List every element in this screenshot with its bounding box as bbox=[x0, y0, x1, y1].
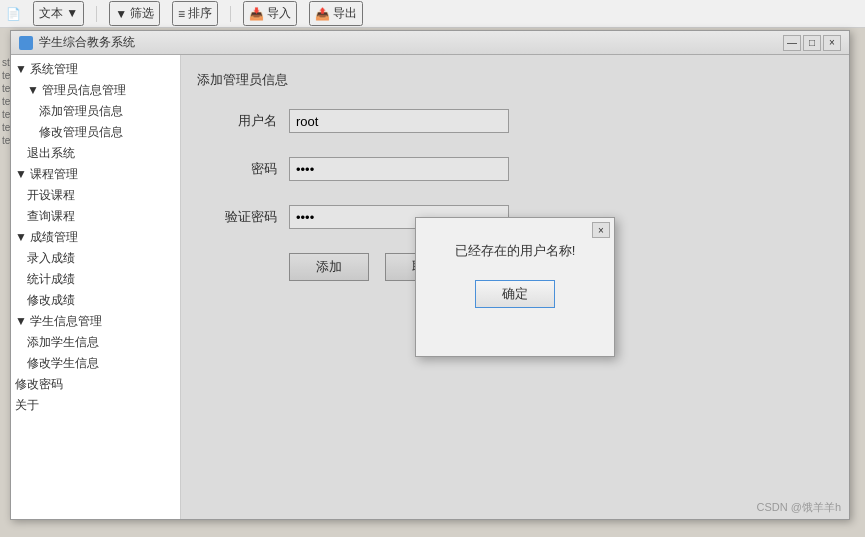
app-content: ▼ 系统管理 ▼ 管理员信息管理 添加管理员信息 修改管理员信息 退出系统 ▼ … bbox=[11, 55, 849, 519]
toolbar-text-icon: 📄 bbox=[6, 7, 21, 21]
modal-dialog: × 已经存在的用户名称! 确定 bbox=[415, 217, 615, 357]
collapse-icon: ▼ bbox=[15, 62, 30, 76]
filter-button[interactable]: ▼ 筛选 bbox=[109, 1, 160, 26]
sidebar-item-student-mgmt[interactable]: ▼ 学生信息管理 bbox=[11, 311, 180, 332]
title-bar-controls: — □ × bbox=[783, 35, 841, 51]
app-title: 学生综合教务系统 bbox=[39, 34, 135, 51]
export-icon: 📤 bbox=[315, 7, 330, 21]
import-button[interactable]: 📥 导入 bbox=[243, 1, 297, 26]
filter-icon: ▼ bbox=[115, 7, 127, 21]
sidebar-item-change-pwd[interactable]: 修改密码 bbox=[11, 374, 180, 395]
sidebar: ▼ 系统管理 ▼ 管理员信息管理 添加管理员信息 修改管理员信息 退出系统 ▼ … bbox=[11, 55, 181, 519]
sidebar-item-admin-info[interactable]: ▼ 管理员信息管理 bbox=[11, 80, 180, 101]
modal-overlay: × 已经存在的用户名称! 确定 bbox=[181, 55, 849, 519]
main-panel: 添加管理员信息 用户名 密码 验证密码 添加 取消 bbox=[181, 55, 849, 519]
sidebar-item-course-mgmt[interactable]: ▼ 课程管理 bbox=[11, 164, 180, 185]
separator bbox=[96, 6, 97, 22]
modal-close-button[interactable]: × bbox=[592, 222, 610, 238]
import-icon: 📥 bbox=[249, 7, 264, 21]
sidebar-item-edit-grade[interactable]: 修改成绩 bbox=[11, 290, 180, 311]
sort-button[interactable]: ≡ 排序 bbox=[172, 1, 218, 26]
app-icon bbox=[19, 36, 33, 50]
modal-body: 已经存在的用户名称! 确定 bbox=[416, 218, 614, 324]
sidebar-item-enter-grade[interactable]: 录入成绩 bbox=[11, 248, 180, 269]
sidebar-item-edit-student[interactable]: 修改学生信息 bbox=[11, 353, 180, 374]
title-bar: 学生综合教务系统 — □ × bbox=[11, 31, 849, 55]
sidebar-item-edit-admin[interactable]: 修改管理员信息 bbox=[11, 122, 180, 143]
collapse-icon2: ▼ bbox=[27, 83, 42, 97]
sidebar-item-about[interactable]: 关于 bbox=[11, 395, 180, 416]
app-window: 学生综合教务系统 — □ × ▼ 系统管理 ▼ 管理员信息管理 添加管理员信息 … bbox=[10, 30, 850, 520]
sidebar-item-exit[interactable]: 退出系统 bbox=[11, 143, 180, 164]
minimize-button[interactable]: — bbox=[783, 35, 801, 51]
export-button[interactable]: 📤 导出 bbox=[309, 1, 363, 26]
collapse-icon3: ▼ bbox=[15, 167, 30, 181]
sidebar-item-grade-mgmt[interactable]: ▼ 成绩管理 bbox=[11, 227, 180, 248]
collapse-icon4: ▼ bbox=[15, 230, 30, 244]
sidebar-item-query-course[interactable]: 查询课程 bbox=[11, 206, 180, 227]
sidebar-item-add-course[interactable]: 开设课程 bbox=[11, 185, 180, 206]
sidebar-item-add-student[interactable]: 添加学生信息 bbox=[11, 332, 180, 353]
close-window-button[interactable]: × bbox=[823, 35, 841, 51]
sidebar-item-add-admin[interactable]: 添加管理员信息 bbox=[11, 101, 180, 122]
top-toolbar: 📄 文本 ▼ ▼ 筛选 ≡ 排序 📥 导入 📤 导出 bbox=[0, 0, 865, 28]
collapse-icon5: ▼ bbox=[15, 314, 30, 328]
separator2 bbox=[230, 6, 231, 22]
sort-icon: ≡ bbox=[178, 7, 185, 21]
maximize-button[interactable]: □ bbox=[803, 35, 821, 51]
title-bar-left: 学生综合教务系统 bbox=[19, 34, 135, 51]
modal-message: 已经存在的用户名称! bbox=[432, 242, 598, 260]
text-menu-button[interactable]: 文本 ▼ bbox=[33, 1, 84, 26]
sidebar-item-system-mgmt[interactable]: ▼ 系统管理 bbox=[11, 59, 180, 80]
sidebar-item-stats-grade[interactable]: 统计成绩 bbox=[11, 269, 180, 290]
modal-ok-button[interactable]: 确定 bbox=[475, 280, 555, 308]
